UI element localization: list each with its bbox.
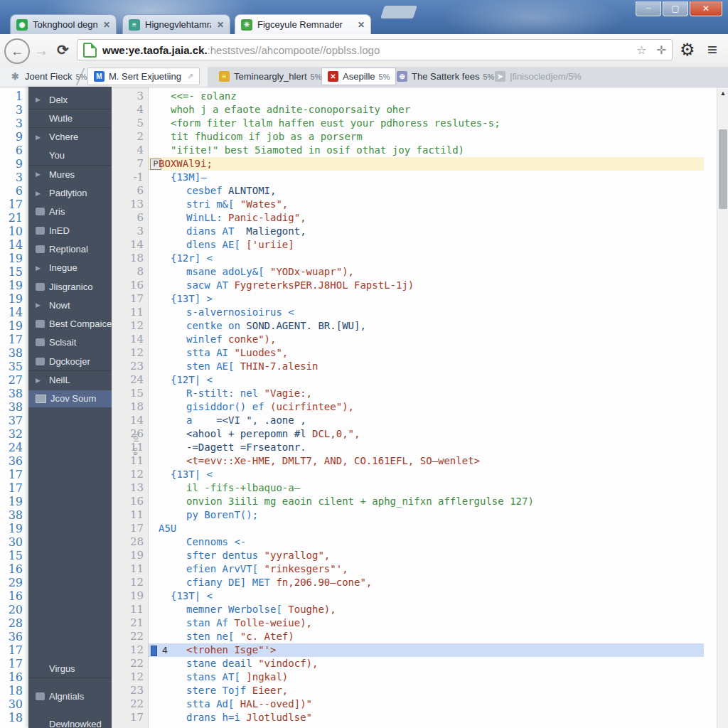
sidebar-item-you[interactable]: You <box>28 147 112 164</box>
code-line[interactable]: <<=- ɛolanz <box>171 90 237 103</box>
code-line[interactable]: <form fiter ltalm haffen eust your pdhor… <box>171 117 500 130</box>
tab-3[interactable]: ✳Figceyule Remnader✕ <box>235 14 371 34</box>
code-line[interactable]: stan Af Tolle-weiue), <box>186 616 312 630</box>
code-line[interactable]: py BorenT(); <box>186 508 258 522</box>
code-line[interactable]: {13T] > <box>171 292 213 306</box>
code-line[interactable]: sten AE[ THIN-7.alesin <box>186 360 318 373</box>
bookmark-star-icon[interactable]: ☆ <box>636 43 646 57</box>
code-line[interactable]: whoh j a efaote adnite-conoporsaity oher <box>171 103 410 117</box>
url-text[interactable]: wwe:ye.taofa.jaia.ck.:heststves//ahcompo… <box>102 44 626 56</box>
sidebar-item-neill[interactable]: ▶NeilL <box>28 372 112 389</box>
forward-button[interactable]: → <box>34 43 48 59</box>
code-line[interactable]: dlens AE[ ['uriie] <box>186 238 294 252</box>
back-button[interactable]: ← <box>4 38 30 64</box>
code-line[interactable]: stri m&[ "Wates", <box>186 198 288 211</box>
expand-arrow-icon[interactable]: ▶ <box>36 96 45 103</box>
code-line[interactable]: R-stilt: nel "Vagie:, <box>186 387 312 400</box>
code-line[interactable]: sten ne[ "c. Atef) <box>186 630 294 643</box>
code-line[interactable]: Cennoms <- <box>186 535 246 549</box>
code-line[interactable]: BOXWAl9i; <box>159 157 213 171</box>
sidebar-item-inegue[interactable]: ▶Inegue <box>28 259 112 277</box>
sidebar-item-sclsait[interactable]: Sclsait <box>28 334 112 351</box>
bookmark-item[interactable]: ≡Temineargly_hlert5% <box>213 68 328 85</box>
expand-arrow-icon[interactable]: ▶ <box>36 301 45 309</box>
sidebar-item-delx[interactable]: ▶Delx <box>28 91 112 108</box>
code-line[interactable]: tit fhudicom if job as a porserm <box>171 130 363 144</box>
code-line[interactable]: sacw AT FygreterksPER.J8HOL FapstL-1j) <box>186 279 414 292</box>
expand-arrow-icon[interactable]: ▶ <box>36 190 45 197</box>
code-line[interactable]: <ahool + perepomn #l DCL,0,", <box>186 427 360 441</box>
sidebar-item-vchere[interactable]: ▶Vchere <box>28 129 112 146</box>
sidebar-item-padlytion[interactable]: ▶Padlytion <box>28 185 112 202</box>
sidebar-item-algntials[interactable]: Algntials <box>28 687 112 705</box>
code-line[interactable]: drans h=i Jlotludlse" <box>186 711 312 724</box>
tab-1[interactable]: ◉Toknghool degnie et✕ <box>10 14 117 34</box>
code-line[interactable]: cesbef ALNTOMI, <box>186 184 276 198</box>
scrollbar-thumb[interactable] <box>719 129 727 209</box>
code-line[interactable]: msane adoLy&[ "YODx-wuapr"), <box>186 265 354 279</box>
sidebar-item-jcov-soum[interactable]: Jcov Soum <box>28 390 112 407</box>
scrollbar[interactable]: ▲ <box>717 87 728 728</box>
code-line[interactable]: a =<VI ", .aone , <box>186 414 306 427</box>
tab-close-icon[interactable]: ✕ <box>217 20 224 30</box>
code-line[interactable]: -=Dagett =Frseatonr. <box>186 441 306 454</box>
code-line[interactable]: {13M]— <box>171 171 207 184</box>
code-line[interactable]: stere Tojf Eieer, <box>186 684 288 697</box>
code-line[interactable]: centke on SOND.AGENT. BR.[WU], <box>186 319 366 333</box>
code-line[interactable]: winlef conke"), <box>186 333 276 346</box>
code-line[interactable]: s-alvernosioirus < <box>186 306 294 319</box>
address-bar[interactable]: wwe:ye.taofa.jaia.ck.:heststves//ahcompo… <box>77 39 673 60</box>
code-line[interactable]: {12r] < <box>171 252 213 265</box>
expand-arrow-icon[interactable]: ▶ <box>36 134 45 141</box>
reload-button[interactable]: ⟳ <box>57 41 69 58</box>
bookmark-item[interactable]: ✱Joent Fieck5% <box>4 68 92 85</box>
code-line[interactable]: stans AT[ ]ngkal) <box>186 670 288 684</box>
bookmark-item[interactable]: MM. Sert Exjuetiing⇗ <box>87 68 200 85</box>
code-line[interactable]: "ifite!" best 5iamoted in osif othat joy… <box>171 144 464 157</box>
code-line[interactable]: efien ArvVT[ "rinkesgers"', <box>186 562 348 576</box>
code-line[interactable]: WinLL: Panic-ladig", <box>186 211 306 225</box>
code-line[interactable]: <trohen Isge"'> <box>186 643 276 657</box>
new-tab-button[interactable] <box>380 6 417 18</box>
expand-arrow-icon[interactable]: ▶ <box>36 171 45 178</box>
code-line[interactable]: onvion 3iili mg eaoin cilent + aphg_nifx… <box>186 495 534 508</box>
code-line[interactable]: {13T| < <box>171 468 213 481</box>
tab-2[interactable]: ≡Hignegvlehtamralte✕ <box>122 14 230 34</box>
code-line[interactable]: gisiddor() ef (ucirfintee"), <box>186 400 354 414</box>
code-line[interactable]: A5U <box>159 522 176 535</box>
tab-close-icon[interactable]: ✕ <box>103 20 110 30</box>
bookmark-item[interactable]: ✕Asepille5% <box>321 68 396 85</box>
bookmark-item[interactable]: ➤|finisocledjem/5% <box>489 68 587 85</box>
sidebar-item-best-compaice[interactable]: Best Compaice <box>28 316 112 333</box>
code-line[interactable]: sfter dentus "yyrallog", <box>186 549 330 562</box>
sidebar-item-wutle[interactable]: Wutle <box>28 109 112 127</box>
sidebar-item-dewlnowked[interactable]: Dewlnowked <box>28 715 112 728</box>
sidebar-item-virgus[interactable]: Virgus <box>28 660 112 677</box>
code-line[interactable]: stane deail "vindocf), <box>186 657 318 670</box>
tab-close-icon[interactable]: ✕ <box>358 20 365 30</box>
expand-arrow-icon[interactable]: ▶ <box>36 377 45 384</box>
code-line[interactable]: memner Werbolse[ Toughe), <box>186 603 336 616</box>
code-line[interactable]: il -fifs-+lbaquo-a— <box>186 481 300 495</box>
code-line[interactable]: dians AT Maliegont, <box>186 225 306 238</box>
hamburger-menu-icon[interactable]: ≡ <box>707 40 717 60</box>
code-line[interactable]: <t=evv::Xe-HME, DMLT7, AND, CO.161EFL, S… <box>186 454 480 468</box>
code-line[interactable]: {12T| < <box>171 373 213 387</box>
bookmark-marker-icon[interactable] <box>151 646 157 656</box>
code-line[interactable]: {13T| < <box>171 589 213 603</box>
settings-gear-icon[interactable]: ⚙ <box>680 40 695 60</box>
sidebar-item-nowt[interactable]: ▶Nowt <box>28 296 112 314</box>
expand-arrow-icon[interactable]: ▶ <box>36 264 45 272</box>
code-line[interactable]: cfiany DE] MET fn,206.90—cone", <box>186 576 372 589</box>
sidebar-item-ined[interactable]: InED <box>28 222 112 239</box>
code-line[interactable]: stta Ad[ HAL--oved])" <box>186 697 312 711</box>
bookmark-item[interactable]: ⊕The Satterk fees5% <box>391 68 500 85</box>
sidebar-item-reptional[interactable]: Reptional <box>28 240 112 257</box>
code-line[interactable]: stta AI "Luodes", <box>186 346 288 360</box>
sidebar-item-jlisgranico[interactable]: Jlisgranico <box>28 278 112 295</box>
sidebar-item-aris[interactable]: Aris <box>28 203 112 220</box>
scroll-up-arrow[interactable]: ▲ <box>719 88 727 98</box>
add-icon[interactable]: ✛ <box>657 43 666 57</box>
sidebar-item-dgckocjer[interactable]: Dgckocjer <box>28 353 112 370</box>
sidebar-item-mures[interactable]: ▶Mures <box>28 166 112 183</box>
